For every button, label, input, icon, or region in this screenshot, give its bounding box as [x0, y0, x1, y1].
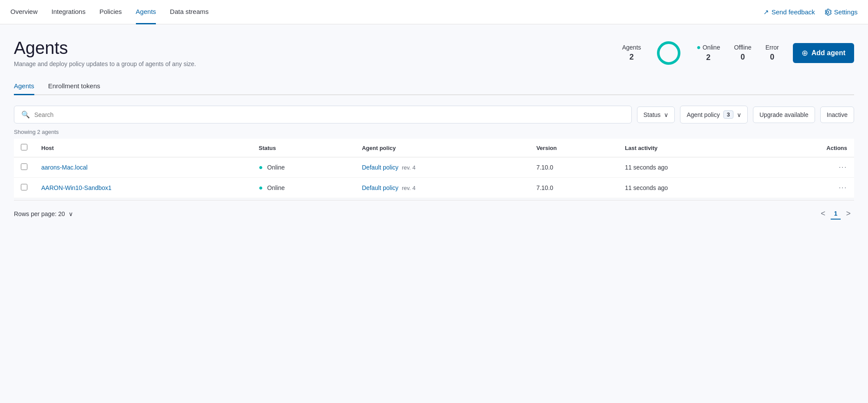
page-subtitle: Manage and deploy policy updates to a gr…	[14, 60, 196, 67]
showing-count: Showing 2 agents	[14, 129, 854, 135]
main-content: Agents Manage and deploy policy updates …	[0, 24, 868, 232]
stats-area: Agents 2 ● Online 2 Offline 0	[622, 39, 854, 67]
table-header: Host Status Agent policy Version Last ac…	[14, 139, 854, 157]
agents-stat: Agents 2	[622, 44, 641, 62]
agents-donut-chart	[655, 39, 683, 67]
rows-per-page[interactable]: Rows per page: 20 ∨	[14, 210, 73, 217]
table-row: aarons-Mac.local ● Online Default policy…	[14, 157, 854, 178]
filter-bar: 🔍 Status ∨ Agent policy 3 ∨ Upgrade avai…	[14, 106, 854, 123]
current-page[interactable]: 1	[831, 208, 841, 220]
send-feedback-button[interactable]: ↗ Send feedback	[763, 8, 815, 16]
row-2-status-dot: ●	[259, 184, 263, 191]
row-1-policy-rev: rev. 4	[402, 164, 416, 171]
page-title: Agents	[14, 38, 196, 58]
next-page-button[interactable]: >	[842, 207, 854, 220]
external-link-icon: ↗	[763, 8, 769, 16]
tab-agents[interactable]: Agents	[14, 78, 34, 95]
nav-policies[interactable]: Policies	[99, 0, 122, 24]
col-actions: Actions	[765, 139, 854, 157]
col-host: Host	[34, 139, 252, 157]
row-2-policy[interactable]: Default policy	[362, 184, 398, 191]
tab-enrollment-tokens[interactable]: Enrollment tokens	[48, 78, 100, 95]
nav-data-streams[interactable]: Data streams	[170, 0, 208, 24]
col-agent-policy: Agent policy	[355, 139, 529, 157]
row-1-status: Online	[267, 164, 284, 171]
add-agent-label: Add agent	[812, 49, 845, 57]
page-header: Agents Manage and deploy policy updates …	[14, 38, 854, 67]
row-1-policy[interactable]: Default policy	[362, 164, 398, 171]
chevron-down-icon: ∨	[664, 111, 668, 118]
donut-svg	[655, 39, 683, 67]
agent-policy-count-badge: 3	[723, 110, 733, 119]
row-2-status: Online	[267, 184, 284, 191]
table-body: aarons-Mac.local ● Online Default policy…	[14, 157, 854, 198]
row-2-version: 7.10.0	[529, 178, 618, 198]
nav-overview[interactable]: Overview	[10, 0, 38, 24]
svg-point-0	[658, 43, 679, 63]
row-2-actions-menu[interactable]: ···	[839, 184, 847, 191]
page-navigation: < 1 >	[817, 207, 854, 220]
row-1-last-activity: 11 seconds ago	[618, 157, 765, 178]
gear-icon	[824, 8, 832, 16]
col-last-activity: Last activity	[618, 139, 765, 157]
pagination: Rows per page: 20 ∨ < 1 >	[14, 200, 854, 222]
search-box[interactable]: 🔍	[14, 106, 632, 123]
row-1-version: 7.10.0	[529, 157, 618, 178]
rows-per-page-label: Rows per page: 20	[14, 210, 65, 217]
search-icon: 🔍	[21, 110, 30, 119]
nav-actions: ↗ Send feedback Settings	[763, 8, 858, 16]
col-status: Status	[252, 139, 355, 157]
top-navigation: Overview Integrations Policies Agents Da…	[0, 0, 868, 24]
status-filter-label: Status	[644, 111, 661, 118]
add-agent-button[interactable]: ⊕ Add agent	[793, 43, 854, 63]
plus-icon: ⊕	[802, 48, 808, 58]
status-filter-button[interactable]: Status ∨	[637, 107, 675, 123]
row-1-host[interactable]: aarons-Mac.local	[41, 164, 88, 171]
agents-table: Host Status Agent policy Version Last ac…	[14, 139, 854, 198]
row-2-last-activity: 11 seconds ago	[618, 178, 765, 198]
error-stat: Error 0	[766, 44, 779, 62]
row-2-checkbox[interactable]	[21, 184, 27, 190]
select-all-checkbox[interactable]	[21, 144, 27, 150]
agent-policy-filter-button[interactable]: Agent policy 3 ∨	[680, 106, 748, 123]
settings-button[interactable]: Settings	[824, 8, 858, 16]
offline-stat: Offline 0	[734, 44, 751, 62]
online-indicator: ●	[696, 43, 701, 51]
inactive-filter-button[interactable]: Inactive	[820, 107, 854, 123]
online-stat: ● Online 2	[696, 43, 720, 62]
nav-integrations[interactable]: Integrations	[52, 0, 86, 24]
upgrade-available-button[interactable]: Upgrade available	[753, 107, 815, 123]
row-2-policy-rev: rev. 4	[402, 185, 416, 191]
prev-page-button[interactable]: <	[817, 207, 829, 220]
nav-links: Overview Integrations Policies Agents Da…	[10, 0, 763, 24]
row-1-status-dot: ●	[259, 163, 263, 171]
row-1-checkbox[interactable]	[21, 163, 27, 170]
col-version: Version	[529, 139, 618, 157]
row-2-host[interactable]: AARON-Win10-Sandbox1	[41, 184, 112, 191]
row-1-actions-menu[interactable]: ···	[839, 163, 847, 171]
table-row: AARON-Win10-Sandbox1 ● Online Default po…	[14, 178, 854, 198]
tabs: Agents Enrollment tokens	[14, 78, 854, 95]
page-header-left: Agents Manage and deploy policy updates …	[14, 38, 196, 67]
nav-agents[interactable]: Agents	[136, 0, 156, 24]
agent-policy-filter-label: Agent policy	[686, 111, 719, 118]
rows-per-page-chevron: ∨	[69, 210, 73, 217]
agent-policy-chevron-icon: ∨	[737, 111, 741, 118]
search-input[interactable]	[34, 111, 624, 118]
